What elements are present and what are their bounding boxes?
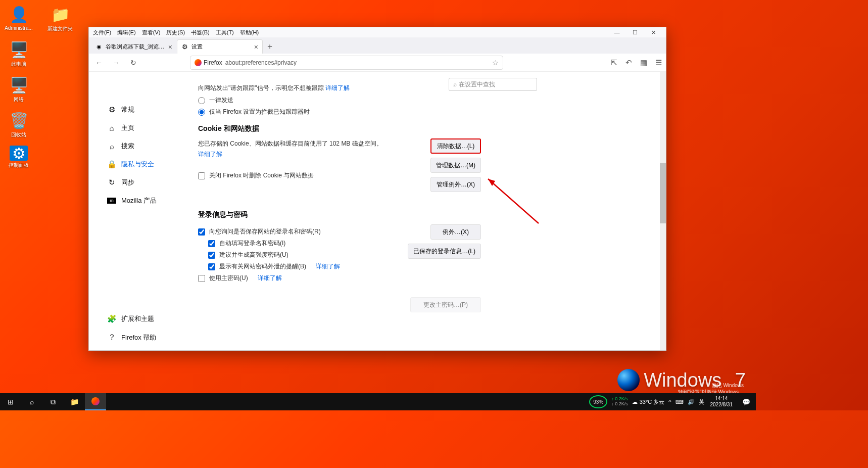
menu-bookmarks[interactable]: 书签(B) (191, 29, 210, 36)
menu-file[interactable]: 文件(F) (93, 29, 111, 36)
start-button[interactable]: ⊞ (0, 393, 21, 410)
cpu-meter[interactable]: 93% (589, 395, 607, 408)
tab-close-icon[interactable]: × (168, 43, 172, 51)
dnt-blocking-radio[interactable]: 仅当 Firefox 设置为拦截已知跟踪器时 (198, 108, 661, 116)
undo-icon[interactable]: ↶ (625, 58, 632, 67)
menu-view[interactable]: 查看(V) (142, 29, 161, 36)
desktop-icons: 👤 Administra... 📁 新建文件夹 🖥️ 此电脑 🖥️ 网络 🗑️ … (4, 4, 75, 169)
delete-on-close-checkbox[interactable]: 关闭 Firefox 时删除 Cookie 与网站数据 (198, 171, 400, 180)
desktop-icon-thispc[interactable]: 🖥️ 此电脑 (4, 39, 33, 68)
gear-icon: ⚙ (107, 105, 116, 114)
desktop-icon-admin[interactable]: 👤 Administra... (4, 4, 33, 32)
recycle-icon: 🗑️ (9, 110, 29, 130)
scrollbar-thumb[interactable] (660, 163, 666, 223)
pin-icon[interactable]: ⇱ (611, 58, 617, 67)
dnt-learn-more-link[interactable]: 详细了解 (325, 84, 350, 91)
scrollbar[interactable] (660, 72, 666, 350)
settings-main: 向网站发出"请勿跟踪"信号，示明您不想被跟踪 详细了解 一律发送 仅当 Fire… (180, 72, 666, 350)
url-bar[interactable]: Firefox about:preferences#privacy ☆ (190, 56, 503, 70)
desktop-icon-recycle[interactable]: 🗑️ 回收站 (4, 110, 33, 138)
tray-ime[interactable]: ⌨ (676, 399, 684, 405)
manage-exceptions-button[interactable]: 管理例外…(X) (430, 177, 481, 192)
window-minimize[interactable]: — (608, 27, 625, 37)
breach-learn-link[interactable]: 详细了解 (316, 262, 340, 271)
tray-ime-lang[interactable]: 英 (699, 398, 704, 406)
sync-icon: ↻ (107, 178, 116, 187)
apps-icon[interactable]: ▦ (640, 58, 647, 67)
window-maximize[interactable]: ☐ (626, 27, 644, 37)
chrome-icon: ◉ (95, 43, 103, 51)
desktop-icon-cpanel[interactable]: ⚙ 控制面板 (4, 146, 33, 169)
nav-forward[interactable]: → (110, 57, 122, 69)
network-icon: 🖥️ (9, 75, 29, 95)
autofill-checkbox[interactable]: 自动填写登录名和密码(I) (208, 239, 400, 248)
taskbar-taskview[interactable]: ⧉ (42, 393, 64, 410)
ask-save-logins-checkbox[interactable]: 向您询问是否保存网站的登录名和密码(R) (198, 227, 400, 236)
tray-volume-icon[interactable]: 🔊 (688, 399, 695, 405)
saved-logins-button[interactable]: 已保存的登录信息…(L) (408, 244, 481, 259)
breach-alerts-checkbox[interactable]: 显示有关网站密码外泄的提醒(B) 详细了解 (208, 262, 400, 271)
clear-data-button[interactable]: 清除数据…(L) (430, 138, 481, 154)
cookies-desc: 您已存储的 Cookie、网站数据和缓存目前使用了 102 MB 磁盘空间。 (198, 138, 400, 149)
weather-widget[interactable]: ☁ 33°C 多云 (632, 398, 665, 406)
tray-chevron-icon[interactable]: ^ (668, 399, 671, 405)
window-close[interactable]: ✕ (645, 27, 662, 37)
suggest-passwords-checkbox[interactable]: 建议并生成高强度密码(U) (208, 251, 400, 259)
taskbar-explorer[interactable]: 📁 (64, 393, 85, 410)
master-password-checkbox[interactable]: 使用主密码(U) 详细了解 (198, 274, 400, 283)
search-icon: ⌕ (453, 81, 457, 88)
hamburger-menu-icon[interactable]: ☰ (655, 58, 662, 67)
menu-edit[interactable]: 编辑(E) (117, 29, 136, 36)
nav-back[interactable]: ← (93, 57, 105, 69)
gear-icon: ⚙ (181, 43, 188, 51)
logins-heading: 登录信息与密码 (198, 210, 661, 219)
sidebar-item-privacy[interactable]: 🔒隐私与安全 (104, 157, 175, 172)
new-tab-button[interactable]: ＋ (263, 39, 277, 54)
menu-history[interactable]: 历史(S) (166, 29, 185, 36)
sidebar-item-search[interactable]: ⌕搜索 (104, 138, 175, 154)
menu-tools[interactable]: 工具(T) (216, 29, 234, 36)
taskbar-clock[interactable]: 14:142022/8/31 (708, 396, 735, 408)
tab-close-icon[interactable]: × (254, 43, 258, 51)
bookmark-star-icon[interactable]: ☆ (492, 59, 499, 67)
sidebar-item-mozilla[interactable]: mMozilla 产品 (104, 193, 175, 208)
tab-bar: ◉ 谷歌浏览器下载_浏览器官网入口 × ⚙ 设置 × ＋ (89, 37, 666, 54)
sidebar-item-home[interactable]: ⌂主页 (104, 120, 175, 135)
toolbar: ← → ↻ Firefox about:preferences#privacy … (89, 54, 666, 72)
taskbar: ⊞ ⌕ ⧉ 📁 93% ↑ 0.2K/s↓ 0.2K/s ☁ 33°C 多云 ^… (0, 393, 756, 410)
network-speed: ↑ 0.2K/s↓ 0.2K/s (611, 397, 628, 407)
settings-search[interactable]: ⌕ 在设置中查找 (449, 78, 537, 91)
desktop-icon-network[interactable]: 🖥️ 网络 (4, 75, 33, 103)
menu-bar: 文件(F) 编辑(E) 查看(V) 历史(S) 书签(B) 工具(T) 帮助(H… (89, 27, 666, 37)
sidebar-item-sync[interactable]: ↻同步 (104, 175, 175, 190)
desktop-icon-folder[interactable]: 📁 新建文件夹 (45, 4, 75, 32)
master-learn-link[interactable]: 详细了解 (258, 274, 282, 283)
url-text: about:preferences#privacy (225, 59, 492, 66)
firefox-logo-icon (195, 59, 202, 66)
change-master-button[interactable]: 更改主密码…(P) (410, 297, 481, 312)
sidebar-item-help[interactable]: ？Firefox 帮助 (104, 330, 175, 345)
sidebar-item-extensions[interactable]: 🧩扩展和主题 (104, 311, 175, 326)
question-icon: ？ (107, 333, 116, 342)
tab-chrome-download[interactable]: ◉ 谷歌浏览器下载_浏览器官网入口 × (91, 39, 177, 54)
cookies-heading: Cookie 和网站数据 (198, 124, 661, 133)
user-icon: 👤 (9, 4, 29, 24)
taskbar-firefox[interactable] (85, 393, 106, 410)
dnt-always-radio[interactable]: 一律发送 (198, 96, 661, 105)
monitor-icon: 🖥️ (9, 39, 29, 60)
taskbar-search[interactable]: ⌕ (21, 393, 42, 410)
notifications-icon[interactable]: 💬 (739, 398, 754, 406)
sidebar-item-general[interactable]: ⚙常规 (104, 102, 175, 117)
tab-settings[interactable]: ⚙ 设置 × (177, 39, 263, 54)
folder-icon: 📁 (50, 4, 70, 24)
dnt-description: 向网站发出"请勿跟踪"信号，示明您不想被跟踪 详细了解 (198, 83, 661, 93)
nav-reload[interactable]: ↻ (127, 57, 139, 69)
menu-help[interactable]: 帮助(H) (240, 29, 259, 36)
settings-content: ⌕ 在设置中查找 ⚙常规 ⌂主页 ⌕搜索 🔒隐私与安全 ↻同步 mMozilla… (89, 72, 666, 350)
mozilla-icon: m (107, 198, 116, 204)
cookies-learn-link[interactable]: 详细了解 (198, 151, 222, 158)
puzzle-icon: 🧩 (107, 314, 116, 323)
lock-icon: 🔒 (107, 160, 116, 169)
manage-data-button[interactable]: 管理数据…(M) (430, 158, 481, 173)
logins-exceptions-button[interactable]: 例外…(X) (430, 224, 481, 240)
